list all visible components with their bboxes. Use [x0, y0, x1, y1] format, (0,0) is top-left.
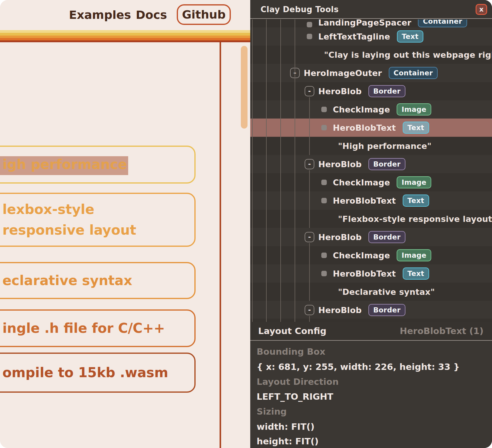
app-window: Examples Docs Github igh performance lex… — [0, 0, 492, 448]
tree-element-name: HeroBlob — [318, 87, 362, 96]
indent-guide — [280, 19, 281, 322]
element-bullet-icon — [321, 125, 327, 130]
github-button[interactable]: Github — [177, 4, 231, 25]
element-bullet-icon — [321, 271, 327, 276]
tree-element-name: LeftTextTagline — [318, 32, 390, 41]
element-type-badge: Container — [418, 19, 467, 27]
layout-config-title: Layout Config — [258, 322, 326, 340]
tree-text-row[interactable]: "Flexbox-style responsive layout" — [250, 210, 492, 228]
tree-element-name: CheckImage — [333, 251, 390, 260]
nav-link-docs[interactable]: Docs — [136, 8, 167, 22]
tree-row[interactable]: LandingPageSpacer Container — [250, 19, 492, 27]
tree-text-row[interactable]: "Clay is laying out this webpage right n… — [250, 46, 492, 64]
nav-link-examples[interactable]: Examples — [69, 8, 131, 22]
close-button[interactable]: x — [476, 4, 487, 15]
sizing-width-value: width: FIT() — [257, 422, 315, 432]
debug-panel-header: Clay Debug Tools x — [250, 0, 492, 19]
element-type-badge: Border — [368, 304, 405, 316]
indent-guide — [309, 316, 310, 322]
feature-text: ingle .h file for C/C++ — [2, 318, 165, 339]
stripe-band — [0, 30, 250, 33]
tree-element-name: HeroBlob — [318, 160, 362, 169]
element-type-badge: Image — [397, 249, 431, 261]
collapse-button[interactable]: - — [305, 86, 314, 96]
page-column-divider — [220, 42, 221, 448]
indent-guide — [295, 19, 295, 322]
config-section-label: Bounding Box — [257, 346, 325, 357]
tree-text-row[interactable]: "Declarative syntax" — [250, 283, 492, 301]
element-type-badge: Text — [403, 195, 429, 207]
element-type-badge: Text — [397, 30, 423, 43]
selected-element-label: HeroBlobText (1) — [400, 322, 483, 340]
tree-text-row[interactable]: "High performance" — [250, 137, 492, 155]
rainbow-stripe-banner — [0, 30, 250, 42]
feature-box: eclarative syntax — [0, 262, 196, 299]
feature-box: ingle .h file for C/C++ — [0, 309, 196, 347]
feature-text: eclarative syntax — [2, 270, 132, 291]
tree-row[interactable]: CheckImage Image — [250, 246, 492, 264]
tree-row[interactable]: - HeroBlob Border — [250, 301, 492, 319]
page-scrollbar-thumb[interactable] — [241, 46, 248, 129]
collapse-button[interactable]: - — [305, 159, 314, 169]
stripe-band — [0, 36, 250, 38]
feature-box: lexbox-style responsive layout — [0, 193, 196, 247]
collapse-button[interactable]: - — [305, 305, 314, 315]
layout-direction-value: LEFT_TO_RIGHT — [257, 391, 333, 402]
tree-row-clipped — [250, 319, 492, 322]
text-content: "Clay is laying out this webpage right n… — [324, 50, 492, 60]
collapse-button[interactable]: - — [305, 232, 314, 242]
stripe-band — [0, 38, 250, 40]
layout-config-header: Layout Config HeroBlobText (1) — [250, 322, 492, 341]
element-bullet-icon — [321, 180, 327, 185]
tree-element-name: HeroBlobText — [333, 269, 396, 278]
element-bullet-icon — [307, 22, 312, 27]
tree-row[interactable]: HeroBlobText Text — [250, 264, 492, 283]
element-bullet-icon — [321, 107, 327, 112]
tree-row[interactable]: - HeroBlob Border — [250, 82, 492, 100]
feature-box: igh performance — [0, 146, 196, 184]
text-content: "High performance" — [338, 141, 432, 151]
tree-row[interactable]: LeftTextTagline Text — [250, 27, 492, 46]
feature-text: igh performance — [2, 154, 127, 175]
indent-guide — [266, 19, 267, 322]
tree-element-name: HeroBlob — [318, 305, 362, 315]
sizing-height-value: height: FIT() — [257, 436, 319, 446]
tree-row[interactable]: HeroBlobText Text — [250, 191, 492, 210]
element-type-badge: Border — [368, 158, 405, 170]
element-type-badge: Container — [389, 67, 438, 79]
feature-box: ompile to 15kb .wasm — [0, 353, 196, 393]
element-tree: LandingPageSpacer Container LeftTextTagl… — [250, 19, 492, 322]
bounding-box-value: { x: 681, y: 255, width: 226, height: 33… — [257, 362, 460, 372]
text-content: "Flexbox-style responsive layout" — [338, 214, 492, 224]
element-bullet-icon — [307, 34, 312, 39]
tree-row[interactable]: CheckImage Image — [250, 173, 492, 191]
indent-guide — [309, 170, 310, 228]
element-type-badge: Image — [397, 103, 431, 115]
tree-element-name: HeroBlob — [318, 233, 362, 242]
tree-row-selected[interactable]: HeroBlobText Text — [250, 119, 492, 137]
stripe-band — [0, 33, 250, 36]
tree-row[interactable]: - HeroBlob Border — [250, 155, 492, 173]
tree-row[interactable]: - HeroImageOuter Container — [250, 64, 492, 82]
config-section-label: Sizing — [257, 406, 287, 417]
tree-row[interactable]: - HeroBlob Border — [250, 228, 492, 246]
tree-element-name: HeroBlobText — [333, 196, 396, 205]
tree-element-name: HeroImageOuter — [304, 68, 382, 78]
preview-page: Examples Docs Github igh performance lex… — [0, 0, 250, 448]
element-type-badge: Border — [368, 231, 405, 243]
tree-element-name: CheckImage — [333, 178, 390, 187]
stripe-band — [0, 40, 250, 42]
element-type-badge: Text — [403, 122, 429, 134]
indent-guide — [309, 243, 310, 301]
config-section-label: Layout Direction — [257, 377, 339, 387]
tree-row[interactable]: CheckImage Image — [250, 100, 492, 119]
debug-panel: Clay Debug Tools x LandingPageSpacer Con… — [250, 0, 492, 448]
feature-text: ompile to 15kb .wasm — [2, 362, 168, 383]
indent-guide — [252, 19, 253, 322]
element-type-badge: Text — [403, 267, 429, 280]
layout-config-body: Bounding Box { x: 681, y: 255, width: 22… — [250, 341, 492, 448]
element-bullet-icon — [321, 253, 327, 258]
debug-panel-title: Clay Debug Tools — [261, 0, 339, 19]
element-type-badge: Border — [368, 85, 405, 97]
indent-guide — [309, 97, 310, 155]
